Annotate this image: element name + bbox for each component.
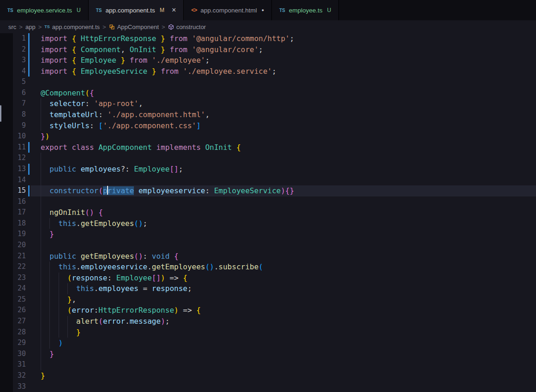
breadcrumb-item-src[interactable]: src (8, 24, 16, 30)
code-token: ; (205, 56, 210, 65)
code-line-22[interactable]: 22 this.employeeservice.getEmployees().s… (0, 261, 536, 273)
code-line-29[interactable]: 29 ) (0, 338, 536, 349)
tab-employee.service.ts[interactable]: TSemployee.service.tsU (0, 0, 89, 20)
code-token: () (134, 252, 143, 261)
breadcrumb-item-app[interactable]: app (25, 24, 36, 30)
line-number: 18 (0, 218, 26, 229)
code-token: getEmployees (81, 252, 134, 261)
code-line-6[interactable]: 6@Component({ (0, 88, 536, 99)
code-token (41, 350, 49, 358)
line-number: 30 (0, 349, 26, 360)
code-token: ( (98, 186, 103, 195)
breadcrumb-item-constructor[interactable]: constructor (168, 24, 206, 30)
line-number: 25 (0, 294, 26, 305)
code-line-33[interactable]: 33 (0, 381, 536, 392)
code-line-13[interactable]: 13 public employees?: Employee[]; (0, 164, 536, 175)
tab-label: app.component.ts (106, 7, 155, 14)
code-line-31[interactable]: 31 (0, 359, 536, 370)
code-token: [ (98, 121, 103, 130)
code-line-25[interactable]: 25 }, (0, 294, 536, 305)
code-token: rivate (108, 186, 134, 195)
code-line-32[interactable]: 32} (0, 370, 536, 381)
code-line-17[interactable]: 17 ngOnInit() { (0, 207, 536, 218)
line-number: 5 (0, 77, 26, 88)
code-token: : (90, 121, 98, 130)
line-number: 4 (0, 66, 26, 77)
code-token (41, 186, 49, 195)
code-line-1[interactable]: 1import { HttpErrorResponse } from '@ang… (0, 33, 536, 44)
code-line-3[interactable]: 3import { Employee } from './employee'; (0, 55, 536, 66)
breadcrumb-item-app.component.ts[interactable]: TSapp.component.ts (44, 24, 100, 30)
code-token: { (98, 208, 103, 217)
line-number: 26 (0, 305, 26, 316)
code-editor[interactable]: 1import { HttpErrorResponse } from '@ang… (0, 33, 536, 392)
code-text: this.getEmployees(); (41, 218, 147, 229)
code-line-20[interactable]: 20 (0, 240, 536, 251)
code-token: import (41, 45, 72, 54)
code-token: from (130, 56, 152, 65)
code-token: . (76, 262, 81, 271)
git-status-badge: U (327, 7, 331, 13)
code-token: from (161, 67, 183, 76)
code-line-23[interactable]: 23 (response: Employee[]) => { (0, 273, 536, 284)
code-line-18[interactable]: 18 this.getEmployees(); (0, 218, 536, 229)
code-line-21[interactable]: 21 public getEmployees(): void { (0, 251, 536, 262)
indent-guide (41, 196, 41, 208)
code-line-8[interactable]: 8 templateUrl: './app.component.html', (0, 109, 536, 120)
code-token: , (120, 45, 125, 54)
code-token: } (67, 295, 72, 304)
code-token: Component (76, 45, 120, 54)
code-token: response (72, 273, 107, 282)
code-token (41, 262, 59, 271)
code-token (41, 219, 59, 228)
code-line-16[interactable]: 16 (0, 196, 536, 208)
breadcrumb-label: app.component.ts (52, 24, 100, 30)
code-token (125, 56, 130, 65)
line-number: 2 (0, 44, 26, 55)
code-token: error (103, 317, 125, 326)
code-line-30[interactable]: 30 } (0, 349, 536, 360)
code-token: './app.component.css' (103, 121, 196, 130)
breadcrumb-item-AppComponent[interactable]: AppComponent (109, 24, 159, 30)
code-line-27[interactable]: 27 alert(error.message); (0, 316, 536, 327)
code-token (134, 186, 139, 195)
code-line-28[interactable]: 28 } (0, 327, 536, 338)
code-token (41, 99, 49, 108)
line-number: 11 (0, 142, 26, 153)
code-line-26[interactable]: 26 (error:HttpErrorResponse) => { (0, 305, 536, 316)
code-line-5[interactable]: 5 (0, 77, 536, 88)
code-line-11[interactable]: 11export class AppComponent implements O… (0, 142, 536, 153)
code-line-12[interactable]: 12 (0, 153, 536, 164)
code-line-9[interactable]: 9 styleUrls: ['./app.component.css'] (0, 120, 536, 131)
code-text: import { Component, OnInit } from '@angu… (41, 44, 263, 55)
code-line-15[interactable]: 15 constructor(private employeeservice: … (0, 185, 536, 196)
code-line-10[interactable]: 10}) (0, 131, 536, 142)
code-token: ) (45, 132, 50, 141)
typescript-file-icon: TS (7, 8, 13, 13)
code-token: import (41, 34, 72, 43)
code-token: . (125, 317, 130, 326)
code-line-2[interactable]: 2import { Component, OnInit } from '@ang… (0, 44, 536, 55)
git-modified-gutter-indicator (28, 55, 30, 66)
line-number: 31 (0, 359, 26, 370)
code-token: HttpErrorResponse (98, 306, 174, 315)
code-line-24[interactable]: 24 this.employees = response; (0, 283, 536, 294)
code-token: ] (196, 121, 201, 130)
code-token: @Component (41, 89, 85, 97)
code-line-14[interactable]: 14 (0, 175, 536, 186)
tab-app.component.html[interactable]: <>app.component.html● (184, 0, 272, 20)
line-number: 1 (0, 33, 26, 44)
code-token (41, 273, 67, 282)
tab-employee.ts[interactable]: TSemployee.tsU (272, 0, 339, 20)
tab-app.component.ts[interactable]: TSapp.component.tsM× (89, 0, 184, 20)
line-number: 8 (0, 109, 26, 120)
code-line-19[interactable]: 19 } (0, 229, 536, 240)
code-token: OnInit (205, 143, 236, 152)
breadcrumb: src>app>TSapp.component.ts>AppComponent>… (0, 20, 536, 33)
line-number: 22 (0, 261, 26, 273)
breadcrumb-separator: > (102, 24, 106, 30)
code-token (41, 121, 49, 130)
code-line-7[interactable]: 7 selector: 'app-root', (0, 98, 536, 109)
close-icon[interactable]: × (172, 6, 176, 14)
code-line-4[interactable]: 4import { EmployeeService } from './empl… (0, 66, 536, 77)
